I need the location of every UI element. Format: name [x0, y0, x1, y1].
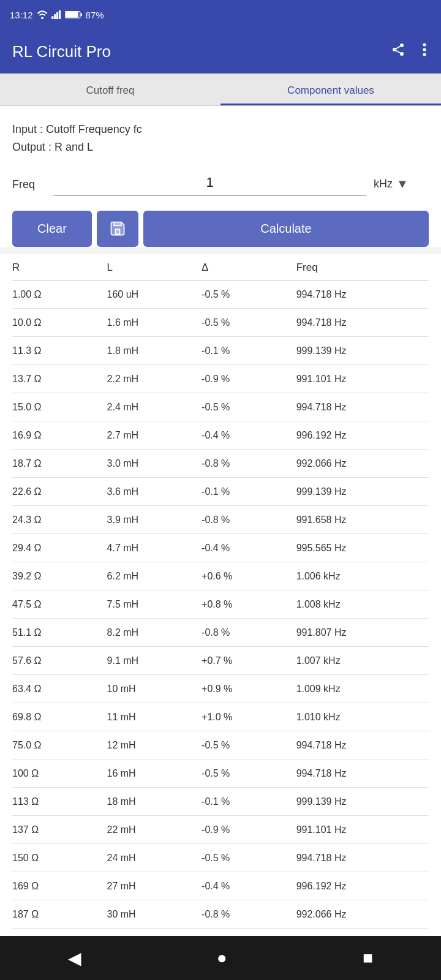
- table-row: 18.7 Ω 3.0 mH -0.8 % 992.066 Hz: [12, 450, 429, 478]
- home-button[interactable]: ●: [198, 942, 246, 974]
- share-button[interactable]: [388, 40, 408, 63]
- cell-l: 7.5 mH: [107, 599, 202, 610]
- cell-r: 22.6 Ω: [12, 486, 107, 497]
- cell-freq: 1.006 kHz: [296, 571, 429, 582]
- app-bar-actions: [388, 40, 429, 63]
- cell-l: 2.4 mH: [107, 402, 202, 413]
- cell-r: 29.4 Ω: [12, 543, 107, 554]
- svg-line-12: [396, 47, 401, 49]
- cell-freq: 991.658 Hz: [296, 514, 429, 526]
- cell-l: 3.6 mH: [107, 486, 202, 497]
- cell-freq: 994.718 Hz: [296, 768, 429, 779]
- svg-point-13: [423, 43, 426, 47]
- cell-r: 187 Ω: [12, 909, 107, 920]
- clear-button[interactable]: Clear: [12, 211, 92, 247]
- freq-input[interactable]: [53, 171, 366, 196]
- table-row: 187 Ω 30 mH -0.8 % 992.066 Hz: [12, 900, 429, 929]
- cell-freq: 994.718 Hz: [296, 740, 429, 751]
- cell-r: 63.4 Ω: [12, 684, 107, 695]
- cell-delta: -0.5 %: [202, 402, 296, 413]
- unit-label: kHz: [374, 178, 393, 190]
- cell-l: 11 mH: [107, 712, 202, 723]
- results-table: R L Δ Freq 1.00 Ω 160 uH -0.5 % 994.718 …: [0, 254, 441, 980]
- cell-delta: -0.1 %: [202, 796, 296, 807]
- table-row: 16.9 Ω 2.7 mH -0.4 % 996.192 Hz: [12, 421, 429, 450]
- input-row: Freq kHz ▼: [12, 171, 429, 196]
- cell-l: 9.1 mH: [107, 655, 202, 666]
- cell-r: 47.5 Ω: [12, 599, 107, 610]
- unit-dropdown[interactable]: kHz ▼: [374, 177, 429, 196]
- cell-freq: 1.007 kHz: [296, 655, 429, 666]
- cell-freq: 999.139 Hz: [296, 796, 429, 807]
- cell-freq: 996.192 Hz: [296, 430, 429, 441]
- cell-freq: 994.718 Hz: [296, 289, 429, 300]
- cell-l: 3.9 mH: [107, 514, 202, 526]
- cell-freq: 999.139 Hz: [296, 486, 429, 497]
- cell-freq: 991.101 Hz: [296, 374, 429, 385]
- cell-r: 57.6 Ω: [12, 655, 107, 666]
- svg-point-0: [41, 17, 43, 19]
- signal-icon: [51, 10, 61, 19]
- svg-point-9: [393, 48, 396, 51]
- cell-freq: 1.008 kHz: [296, 599, 429, 610]
- table-header: R L Δ Freq: [12, 254, 429, 281]
- cell-r: 11.3 Ω: [12, 345, 107, 356]
- cell-l: 12 mH: [107, 740, 202, 751]
- table-row: 29.4 Ω 4.7 mH -0.4 % 995.565 Hz: [12, 534, 429, 562]
- cell-l: 3.0 mH: [107, 458, 202, 469]
- col-header-delta: Δ: [202, 262, 296, 274]
- save-button[interactable]: [97, 211, 138, 247]
- cell-delta: +1.0 %: [202, 712, 296, 723]
- tab-cutoff-freq[interactable]: Cutoff freq: [0, 74, 221, 105]
- status-time: 13:12: [10, 10, 33, 20]
- table-row: 13.7 Ω 2.2 mH -0.9 % 991.101 Hz: [12, 365, 429, 393]
- calculate-button[interactable]: Calculate: [143, 211, 429, 247]
- cell-freq: 991.807 Hz: [296, 627, 429, 638]
- cell-delta: -0.8 %: [202, 458, 296, 469]
- cell-delta: -0.5 %: [202, 317, 296, 328]
- svg-rect-1: [51, 16, 53, 19]
- cell-delta: -0.5 %: [202, 853, 296, 864]
- cell-delta: -0.8 %: [202, 909, 296, 920]
- svg-rect-7: [80, 13, 81, 17]
- cell-r: 137 Ω: [12, 824, 107, 835]
- cell-l: 18 mH: [107, 796, 202, 807]
- table-row: 39.2 Ω 6.2 mH +0.6 % 1.006 kHz: [12, 562, 429, 590]
- table-row: 10.0 Ω 1.6 mH -0.5 % 994.718 Hz: [12, 309, 429, 337]
- cell-l: 8.2 mH: [107, 627, 202, 638]
- cell-r: 69.8 Ω: [12, 712, 107, 723]
- cell-delta: -0.5 %: [202, 740, 296, 751]
- cell-delta: +0.7 %: [202, 655, 296, 666]
- svg-point-14: [423, 48, 426, 51]
- tab-component-values[interactable]: Component values: [221, 74, 441, 105]
- cell-l: 6.2 mH: [107, 571, 202, 582]
- table-row: 22.6 Ω 3.6 mH -0.1 % 999.139 Hz: [12, 478, 429, 506]
- status-bar: 13:12 87%: [0, 0, 441, 29]
- cell-l: 24 mH: [107, 853, 202, 864]
- table-row: 69.8 Ω 11 mH +1.0 % 1.010 kHz: [12, 703, 429, 731]
- table-row: 47.5 Ω 7.5 mH +0.8 % 1.008 kHz: [12, 590, 429, 619]
- more-button[interactable]: [420, 40, 429, 63]
- cell-freq: 992.066 Hz: [296, 909, 429, 920]
- chevron-down-icon: ▼: [396, 177, 409, 191]
- svg-rect-16: [116, 229, 120, 234]
- cell-delta: -0.1 %: [202, 345, 296, 356]
- cell-freq: 994.718 Hz: [296, 402, 429, 413]
- back-button[interactable]: ◀: [50, 942, 100, 974]
- cell-r: 16.9 Ω: [12, 430, 107, 441]
- app-bar: RL Circuit Pro: [0, 29, 441, 74]
- cell-l: 1.6 mH: [107, 317, 202, 328]
- col-header-freq: Freq: [296, 262, 429, 274]
- cell-l: 27 mH: [107, 881, 202, 892]
- cell-r: 75.0 Ω: [12, 740, 107, 751]
- table-row: 51.1 Ω 8.2 mH -0.8 % 991.807 Hz: [12, 619, 429, 647]
- cell-r: 39.2 Ω: [12, 571, 107, 582]
- recent-button[interactable]: ■: [344, 942, 391, 974]
- table-row: 15.0 Ω 2.4 mH -0.5 % 994.718 Hz: [12, 393, 429, 421]
- cell-delta: -0.8 %: [202, 514, 296, 526]
- table-body: 1.00 Ω 160 uH -0.5 % 994.718 Hz 10.0 Ω 1…: [12, 281, 429, 980]
- cell-r: 1.00 Ω: [12, 289, 107, 300]
- table-row: 113 Ω 18 mH -0.1 % 999.139 Hz: [12, 788, 429, 816]
- cell-r: 113 Ω: [12, 796, 107, 807]
- buttons-row: Clear Calculate: [12, 211, 429, 247]
